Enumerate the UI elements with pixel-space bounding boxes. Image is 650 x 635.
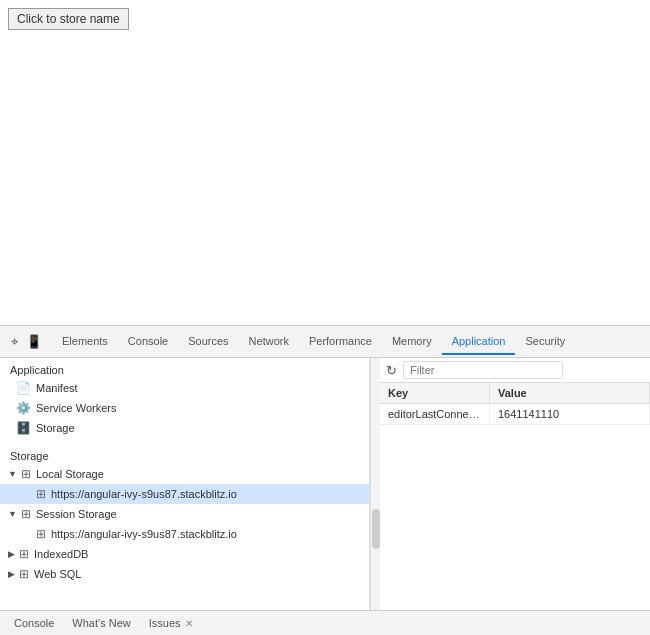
session-storage-toggle: ▼ — [8, 509, 17, 519]
sidebar-item-storage[interactable]: 🗄️ Storage — [0, 418, 369, 438]
sidebar-label-local-storage: Local Storage — [36, 468, 104, 480]
sidebar-section-storage: Storage — [0, 444, 369, 464]
sidebar-group-session-storage[interactable]: ▼ ⊞ Session Storage — [0, 504, 369, 524]
service-workers-icon: ⚙️ — [16, 401, 31, 415]
sidebar: Application 📄 Manifest ⚙️ Service Worker… — [0, 358, 370, 610]
panel-content: Application 📄 Manifest ⚙️ Service Worker… — [0, 358, 650, 610]
tab-elements[interactable]: Elements — [52, 329, 118, 355]
tab-network[interactable]: Network — [239, 329, 299, 355]
filter-bar: ↻ — [380, 358, 650, 383]
bottom-tab-console-label: Console — [14, 617, 54, 629]
session-storage-icon: ⊞ — [21, 507, 31, 521]
bottom-tabs-bar: Console What's New Issues ✕ — [0, 610, 650, 635]
tab-console[interactable]: Console — [118, 329, 178, 355]
filter-input[interactable] — [403, 361, 563, 379]
devtools-panel: ⌖ 📱 Elements Console Sources Network Per… — [0, 325, 650, 635]
tab-memory[interactable]: Memory — [382, 329, 442, 355]
bottom-tab-console[interactable]: Console — [6, 614, 62, 632]
tab-sources[interactable]: Sources — [178, 329, 238, 355]
table-cell-value: 1641141110 — [490, 404, 650, 424]
bottom-tab-whats-new[interactable]: What's New — [64, 614, 138, 632]
inspect-icon[interactable]: ⌖ — [5, 333, 23, 351]
sidebar-item-ss-angular[interactable]: ⊞ https://angular-ivy-s9us87.stackblitz.… — [0, 524, 369, 544]
sidebar-label-ss-angular: https://angular-ivy-s9us87.stackblitz.io — [51, 528, 237, 540]
tab-application[interactable]: Application — [442, 329, 516, 355]
bottom-tab-issues-label: Issues — [149, 617, 181, 629]
sidebar-group-local-storage[interactable]: ▼ ⊞ Local Storage — [0, 464, 369, 484]
local-storage-toggle: ▼ — [8, 469, 17, 479]
sidebar-label-indexeddb: IndexedDB — [34, 548, 88, 560]
storage-icon: 🗄️ — [16, 421, 31, 435]
sidebar-scrollbar[interactable] — [370, 358, 380, 610]
right-panel: ↻ Key Value editorLastConnec... 16411411… — [380, 358, 650, 610]
devtools-tab-icons: ⌖ 📱 — [4, 333, 44, 351]
close-issues-icon[interactable]: ✕ — [185, 618, 193, 629]
sidebar-label-storage: Storage — [36, 422, 75, 434]
indexeddb-icon: ⊞ — [19, 547, 29, 561]
col-header-value: Value — [490, 383, 650, 403]
web-sql-icon: ⊞ — [19, 567, 29, 581]
col-header-key: Key — [380, 383, 490, 403]
sidebar-label-session-storage: Session Storage — [36, 508, 117, 520]
store-name-button[interactable]: Click to store name — [8, 8, 129, 30]
ss-angular-icon: ⊞ — [36, 527, 46, 541]
data-table: Key Value editorLastConnec... 1641141110 — [380, 383, 650, 610]
table-row[interactable]: editorLastConnec... 1641141110 — [380, 404, 650, 425]
sidebar-group-web-sql[interactable]: ▶ ⊞ Web SQL — [0, 564, 369, 584]
sidebar-group-indexeddb[interactable]: ▶ ⊞ IndexedDB — [0, 544, 369, 564]
sidebar-item-service-workers[interactable]: ⚙️ Service Workers — [0, 398, 369, 418]
sidebar-label-web-sql: Web SQL — [34, 568, 82, 580]
bottom-tab-whats-new-label: What's New — [72, 617, 130, 629]
ls-angular-icon: ⊞ — [36, 487, 46, 501]
manifest-icon: 📄 — [16, 381, 31, 395]
sidebar-item-ls-angular[interactable]: ⊞ https://angular-ivy-s9us87.stackblitz.… — [0, 484, 369, 504]
sidebar-scroll-thumb[interactable] — [372, 509, 380, 549]
bottom-tab-issues[interactable]: Issues ✕ — [141, 614, 201, 632]
sidebar-label-manifest: Manifest — [36, 382, 78, 394]
table-header: Key Value — [380, 383, 650, 404]
devtools-tabs-bar: ⌖ 📱 Elements Console Sources Network Per… — [0, 326, 650, 358]
sidebar-section-application: Application — [0, 358, 369, 378]
tab-security[interactable]: Security — [515, 329, 575, 355]
web-sql-toggle: ▶ — [8, 569, 15, 579]
device-icon[interactable]: 📱 — [25, 333, 43, 351]
tab-performance[interactable]: Performance — [299, 329, 382, 355]
table-cell-key: editorLastConnec... — [380, 404, 490, 424]
refresh-icon[interactable]: ↻ — [386, 363, 397, 378]
main-content: Click to store name — [0, 0, 650, 325]
sidebar-label-service-workers: Service Workers — [36, 402, 116, 414]
sidebar-item-manifest[interactable]: 📄 Manifest — [0, 378, 369, 398]
local-storage-icon: ⊞ — [21, 467, 31, 481]
sidebar-label-ls-angular: https://angular-ivy-s9us87.stackblitz.io — [51, 488, 237, 500]
indexeddb-toggle: ▶ — [8, 549, 15, 559]
